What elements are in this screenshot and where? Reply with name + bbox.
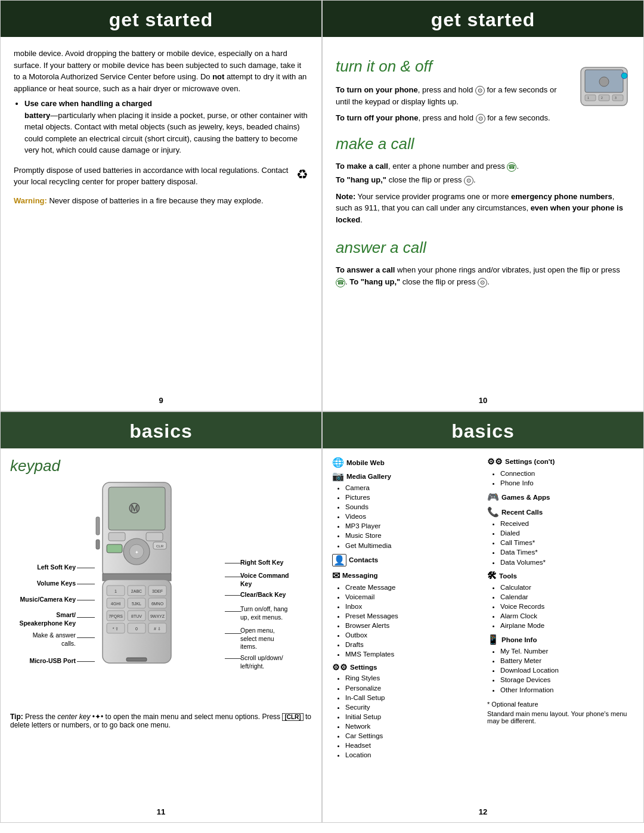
settings-cont-label: Settings (con't)	[505, 458, 555, 465]
turn-on-off-section: turn it on & off	[336, 55, 630, 124]
messaging-list: Create Message Voicemail Inbox Preset Me…	[345, 583, 479, 659]
page12-title: basics	[451, 420, 515, 442]
make-call-title: make a call	[336, 132, 630, 156]
svg-text:✦: ✦	[135, 550, 139, 555]
line-voice	[225, 577, 242, 577]
answer-call-text: To answer a call when your phone rings a…	[336, 264, 630, 287]
list-item: Browser Alerts	[345, 621, 479, 630]
answer-hangup-icon: ⊙	[478, 278, 487, 287]
page10-content: turn it on & off	[323, 37, 643, 305]
svg-rect-20	[107, 544, 122, 553]
page-10-section: get started turn it on & off	[322, 0, 644, 411]
list-item: Ring Styles	[345, 673, 479, 683]
menu-right-column: ⚙⚙ Settings (con't) Connection Phone Inf…	[487, 457, 634, 760]
phone-info-label: Phone Info	[501, 636, 537, 643]
page-12-section: basics 🌐 Mobile Web 📷 Media Gallery Came…	[322, 411, 644, 823]
line-scroll	[225, 658, 242, 659]
page-11-section: basics keypad Left Soft Key Volume Keys …	[0, 411, 322, 823]
page12-content: 🌐 Mobile Web 📷 Media Gallery Camera Pict…	[323, 448, 643, 778]
label-clear-back: Clear/Back Key	[240, 591, 312, 598]
list-item: Data Times*	[500, 547, 634, 557]
svg-text:CLR: CLR	[156, 544, 164, 548]
media-gallery-item: 📷 Media Gallery	[332, 470, 479, 482]
contacts-item: 👤 Contacts	[332, 554, 479, 566]
page10-title: get started	[431, 9, 535, 30]
media-gallery-icon: 📷	[332, 470, 344, 482]
line-menu	[225, 633, 242, 634]
list-item: Calendar	[500, 592, 634, 602]
tip-label: Tip:	[10, 713, 23, 721]
svg-rect-13	[109, 532, 125, 541]
label-scroll: Scroll up/down/left/right.	[240, 654, 312, 670]
warning-text: Never dispose of batteries in a fire bec…	[47, 196, 264, 205]
label-right-soft-key: Right Soft Key	[240, 559, 312, 566]
list-item: In-Call Setup	[345, 693, 479, 702]
tip-text-container: Tip: Press the center key •✦• to open th…	[10, 713, 312, 729]
contacts-icon: 👤	[332, 554, 346, 566]
tools-item: 🛠 Tools	[487, 571, 634, 581]
svg-text:5JKL: 5JKL	[132, 602, 141, 606]
phone-diagram-svg: Ⓜ CLR ✦	[94, 481, 180, 666]
list-item: Dialed	[500, 528, 634, 538]
page-9-section: get started mobile device. Avoid droppin…	[0, 0, 322, 411]
hangup-button-icon: ⊙	[464, 176, 473, 185]
svg-text:2ABC: 2ABC	[131, 589, 142, 593]
contacts-label: Contacts	[349, 556, 378, 563]
page9-bullet-text: —particularly when placing it inside a p…	[24, 111, 308, 155]
list-item: Outbox	[345, 630, 479, 640]
list-item: Get Multimedia	[345, 541, 479, 550]
list-item: Voice Records	[500, 602, 634, 611]
keypad-title: keypad	[10, 457, 312, 475]
messaging-label: Messaging	[342, 572, 377, 579]
line-right-soft	[225, 563, 242, 563]
page11-content: keypad Left Soft Key Volume Keys Music/C…	[1, 448, 321, 747]
list-item: Preset Messages	[345, 611, 479, 621]
list-item: Initial Setup	[345, 712, 479, 721]
page9-header: get started	[1, 1, 321, 37]
messaging-icon: ✉	[332, 570, 340, 581]
phone-info-icon: 📱	[487, 634, 499, 645]
line-smart	[77, 617, 95, 618]
list-item: Security	[345, 702, 479, 712]
list-item: My Tel. Number	[500, 646, 634, 656]
page9-content: mobile device. Avoid dropping the batter…	[1, 37, 321, 224]
answer-call-section: answer a call To answer a call when your…	[336, 236, 630, 287]
games-apps-icon: 🎮	[487, 491, 499, 503]
page10-header: get started	[323, 1, 643, 37]
list-item: Network	[345, 721, 479, 731]
recent-calls-label: Recent Calls	[501, 509, 543, 516]
tools-label: Tools	[499, 572, 517, 580]
label-left-soft-key: Left Soft Key	[10, 563, 76, 571]
turn-off-text: To turn off your phone, press and hold ⊙…	[336, 112, 630, 124]
note-label: Note:	[336, 192, 355, 201]
make-call-section: make a call To make a call, enter a phon…	[336, 132, 630, 226]
page9-bullet-header: Use care when handling a charged	[24, 99, 152, 108]
off-button-icon: ⊙	[476, 114, 485, 123]
page11-number: 11	[157, 807, 165, 816]
line-music	[77, 600, 95, 600]
svg-point-6	[599, 77, 609, 86]
page9-dispose: ♻ Promptly dispose of used batteries in …	[14, 165, 308, 188]
list-item: Storage Devices	[500, 675, 634, 685]
list-item: Battery Meter	[500, 656, 634, 665]
line-volume	[77, 584, 95, 584]
phone-info-item: 📱 Phone Info	[487, 634, 634, 645]
answer-call-title: answer a call	[336, 236, 630, 259]
svg-text:2: 2	[601, 96, 603, 100]
warning-label: Warning:	[14, 196, 47, 205]
list-item: MMS Templates	[345, 649, 479, 659]
page9-intro: mobile device. Avoid dropping the batter…	[14, 48, 308, 94]
page12-header: basics	[323, 412, 643, 448]
list-item: Drafts	[345, 640, 479, 649]
svg-point-5	[621, 73, 627, 79]
call-button-icon: ☎	[507, 162, 516, 172]
settings-cont-list: Connection Phone Info	[500, 469, 634, 488]
svg-text:1: 1	[587, 96, 589, 100]
media-gallery-list: Camera Pictures Sounds Videos MP3 Player…	[345, 483, 479, 550]
svg-rect-21	[96, 517, 100, 535]
label-make-answer: Make & answercalls.	[10, 631, 76, 648]
svg-text:# ⇩: # ⇩	[154, 627, 161, 631]
list-item: Voicemail	[345, 592, 479, 602]
recycle-icon: ♻	[296, 165, 308, 184]
svg-text:6MNO: 6MNO	[151, 602, 164, 606]
